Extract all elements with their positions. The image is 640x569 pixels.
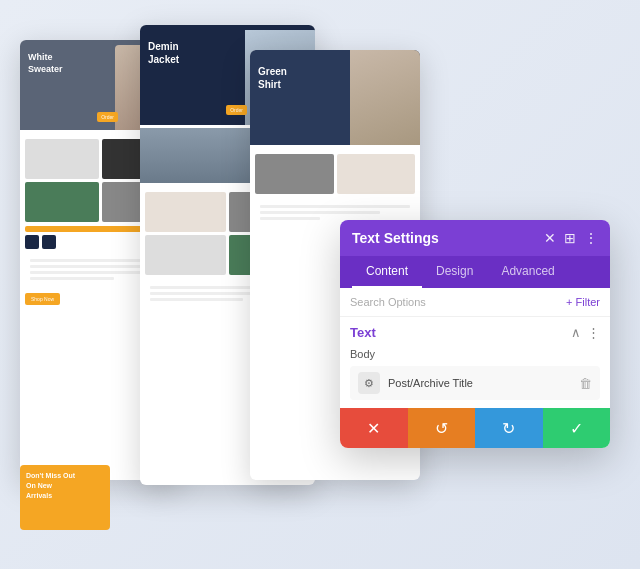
tab-content[interactable]: Content — [352, 256, 422, 288]
confirm-button[interactable]: ✓ — [543, 408, 611, 448]
card-3-thumb-1 — [255, 154, 334, 194]
filler-line — [260, 211, 380, 214]
card-3-content — [250, 145, 420, 232]
tab-design[interactable]: Design — [422, 256, 487, 288]
card-1-dot-1 — [25, 235, 39, 249]
tab-advanced[interactable]: Advanced — [487, 256, 568, 288]
panel-header: Text Settings ✕ ⊞ ⋮ — [340, 220, 610, 256]
row-settings-icon: ⚙ — [358, 372, 380, 394]
card-3-grid — [255, 154, 415, 194]
cancel-button[interactable]: ✕ — [340, 408, 408, 448]
card-1-dot-2 — [42, 235, 56, 249]
card-1-badge: Order — [97, 112, 118, 122]
filter-button[interactable]: + Filter — [566, 296, 600, 308]
close-icon[interactable]: ✕ — [544, 230, 556, 246]
panel-section: Text ∧ ⋮ Body ⚙ Post/Archive Title 🗑 — [340, 317, 610, 408]
row-label: Post/Archive Title — [388, 377, 571, 389]
panel-footer: ✕ ↺ ↻ ✓ — [340, 408, 610, 448]
card-3-hero-image — [350, 50, 420, 145]
panel-tabs: Content Design Advanced — [340, 256, 610, 288]
promo-text: Don't Miss Out — [26, 471, 104, 481]
delete-icon[interactable]: 🗑 — [579, 376, 592, 391]
section-icons: ∧ ⋮ — [571, 325, 600, 340]
panel-header-icons: ✕ ⊞ ⋮ — [544, 230, 598, 246]
more-icon[interactable]: ⋮ — [584, 230, 598, 246]
card-1-thumb-3 — [25, 182, 99, 222]
card-3-thumb-2 — [337, 154, 416, 194]
card-3-title: GreenShirt — [258, 65, 287, 91]
settings-panel: Text Settings ✕ ⊞ ⋮ Content Design Advan… — [340, 220, 610, 448]
promo-text-3: Arrivals — [26, 491, 104, 501]
panel-row-item: ⚙ Post/Archive Title 🗑 — [350, 366, 600, 400]
card-3-hero: GreenShirt — [250, 50, 420, 145]
card-1-cta: Shop Now — [25, 293, 60, 305]
expand-icon[interactable]: ⊞ — [564, 230, 576, 246]
section-title: Text — [350, 325, 376, 340]
card-1-title: WhiteSweater — [28, 52, 63, 75]
panel-search-bar: Search Options + Filter — [340, 288, 610, 317]
undo-button[interactable]: ↺ — [408, 408, 476, 448]
body-label: Body — [350, 348, 600, 360]
card-2-title: DeminJacket — [148, 40, 179, 66]
redo-button[interactable]: ↻ — [475, 408, 543, 448]
promo-strip: Don't Miss Out On New Arrivals — [20, 465, 110, 530]
card-1-thumb-1 — [25, 139, 99, 179]
card-1-bar — [25, 226, 145, 232]
filler-line — [260, 217, 320, 220]
card-2-badge: Order — [226, 105, 247, 115]
collapse-icon[interactable]: ∧ — [571, 325, 581, 340]
filler-line — [260, 205, 410, 208]
preview-cards: WhiteSweater Order Shop Now — [20, 20, 380, 540]
filler-line — [150, 298, 243, 301]
panel-title: Text Settings — [352, 230, 439, 246]
filler-line — [30, 277, 114, 280]
search-placeholder: Search Options — [350, 296, 426, 308]
card-2-thumb-3 — [145, 235, 226, 275]
filler-line — [30, 265, 142, 268]
promo-text-2: On New — [26, 481, 104, 491]
card-2-thumb-1 — [145, 192, 226, 232]
section-more-icon[interactable]: ⋮ — [587, 325, 600, 340]
gear-icon: ⚙ — [364, 377, 374, 390]
section-header: Text ∧ ⋮ — [350, 325, 600, 340]
